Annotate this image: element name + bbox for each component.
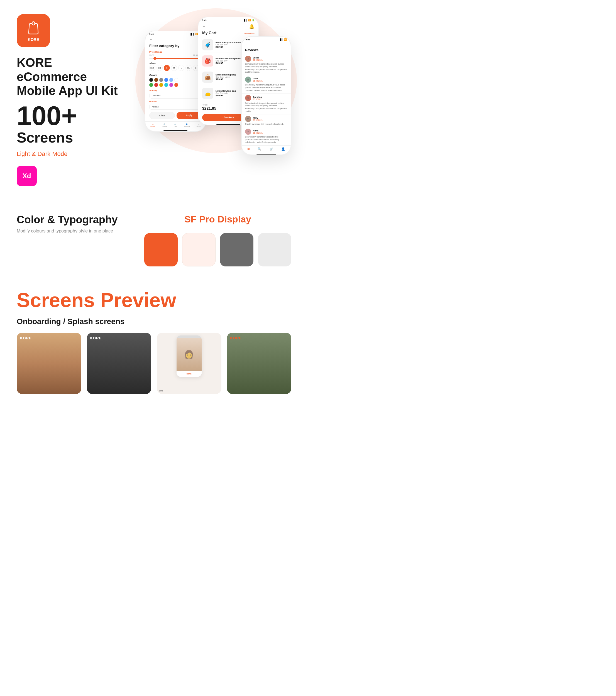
cart-home-indicator [216, 124, 240, 125]
review-2-name: Dave [253, 77, 263, 80]
screens-grid: KORE KORE 👩 KORE 9:41 [17, 333, 291, 394]
nav-home[interactable]: ⊞ Home [151, 123, 155, 127]
review-4-avatar: M [245, 116, 251, 122]
review-5-text: Conveniently benchmark cost effective pr… [245, 136, 287, 144]
screen-1-label: KORE [17, 333, 35, 344]
nav-search[interactable]: 🔍 Search [162, 123, 167, 127]
size-xl[interactable]: XL [186, 65, 192, 71]
app-icon: KORE [17, 14, 50, 47]
screen-3-time: 9:41 [159, 390, 163, 392]
filter-back-nav: ← [145, 36, 206, 42]
nav-account[interactable]: 👤 Account [184, 123, 190, 127]
review-5-name: Anna [253, 129, 263, 132]
cart-title-row: My Cart Total items 4 [198, 31, 258, 37]
home-icon: ⊞ [152, 123, 154, 125]
review-1: J Juliet 25.02.2021 Enthusiastically int… [242, 54, 291, 75]
search-icon: 🔍 [163, 123, 165, 125]
cart-icon: 🛒 [174, 123, 176, 125]
reviews-signal-icon: ▌▌ [280, 38, 283, 41]
size-l[interactable]: L [178, 65, 184, 71]
screen-3-figure: 👩 [184, 350, 194, 359]
color-purple[interactable] [169, 83, 173, 87]
brands-label: Brands [149, 100, 202, 103]
nav-more-label: More [196, 126, 201, 127]
reviews-nav-home[interactable]: ⊞ [247, 147, 250, 151]
onboarding-title: Onboarding / Splash screens [17, 317, 291, 326]
filter-time: 9:41 [149, 33, 154, 35]
screen-card-3: 👩 KORE 9:41 [157, 333, 221, 394]
color-typography-section: Color & Typography Modify colours and ty… [0, 197, 308, 278]
sort-label: Sort by [149, 89, 202, 92]
color-typo-right: SF Pro Display [144, 214, 291, 266]
color-lightblue[interactable] [169, 78, 173, 82]
color-green[interactable] [149, 83, 153, 87]
cart-total-amount: $221.85 [202, 106, 216, 111]
filter-status-bar: 9:41 ▌▌▌ 🛜 🔋 [145, 31, 206, 36]
review-3-text: Enthusiastically integrate transparent '… [245, 102, 287, 113]
size-xxs[interactable]: XXS [149, 65, 155, 71]
screen-card-4: KORE [227, 333, 291, 394]
swatch-light-gray [258, 233, 291, 266]
cart-nav: ← 🔔 [198, 22, 258, 31]
review-4-header: M Mary 25.02.2021 [245, 116, 287, 122]
size-m[interactable]: M [171, 65, 177, 71]
account-icon: 👤 [186, 123, 188, 125]
review-3-name: Carolina [253, 96, 263, 98]
brands-dropdown[interactable]: Adidas ▾ [149, 104, 202, 110]
size-s[interactable]: S [164, 65, 170, 71]
color-typo-split: Color & Typography Modify colours and ty… [17, 214, 291, 266]
hero-mode: Light & Dark Mode [17, 151, 123, 158]
back-arrow-icon[interactable]: ← [149, 37, 153, 41]
reviews-status-bar: 9:41 ▌▌ 🛜 [242, 37, 291, 42]
sort-value: On sales [152, 94, 161, 97]
color-white[interactable] [174, 78, 178, 82]
reviews-back-arrow[interactable]: ← [245, 43, 248, 47]
price-range-thumb[interactable] [154, 57, 156, 60]
review-4-name: Mary [253, 117, 263, 119]
sizes-row: XXS XS S M L XL X [149, 65, 202, 71]
size-xs[interactable]: XS [157, 65, 163, 71]
home-indicator [163, 130, 187, 131]
review-2-meta: Dave 25.02.2021 [253, 77, 263, 82]
color-gray[interactable] [159, 78, 163, 82]
color-black[interactable] [149, 78, 153, 82]
more-icon: ••• [198, 123, 200, 125]
cart-back-arrow[interactable]: ← [202, 25, 206, 28]
screen-card-1: KORE [17, 333, 81, 394]
color-swatches [144, 233, 291, 266]
font-name: SF Pro Display [144, 214, 291, 225]
filter-content: Filter category by Price Range $5.00 $1,… [145, 42, 206, 121]
colors-row-1 [149, 78, 202, 82]
colors-label: Colors [149, 74, 202, 77]
hero-title: KORE eCommerce Mobile App UI Kit [17, 56, 123, 98]
color-yellow[interactable] [159, 83, 163, 87]
screen-3-status: 9:41 [159, 390, 163, 392]
xd-label: Xd [22, 172, 31, 180]
review-4-date: 25.02.2021 [253, 119, 263, 121]
cart-bell-icon[interactable]: 🔔 [249, 23, 254, 29]
nav-more[interactable]: ••• More [196, 123, 201, 127]
reviews-status-icons: ▌▌ 🛜 [280, 38, 287, 41]
color-brown[interactable] [154, 78, 158, 82]
screen-3-phone: 👩 KORE [176, 335, 202, 377]
review-5-meta: Anna 25.02.2021 [253, 129, 263, 134]
color-blue[interactable] [164, 78, 168, 82]
swatch-gray [220, 233, 253, 266]
price-range-labels: $5.00 $1,000.00 [149, 54, 202, 56]
screen-4-label: KORE [227, 333, 245, 344]
reviews-nav-account[interactable]: 👤 [281, 147, 285, 151]
price-min: $5.00 [149, 54, 154, 56]
color-red[interactable] [154, 83, 158, 87]
color-orange[interactable] [174, 83, 178, 87]
sort-dropdown[interactable]: On sales ▾ [149, 93, 202, 98]
clear-button[interactable]: Clear [149, 112, 175, 119]
review-3-header: C Carolina 25.02.2021 [245, 95, 287, 101]
price-range-slider[interactable] [149, 58, 202, 59]
color-cyan[interactable] [164, 83, 168, 87]
reviews-nav-search[interactable]: 🔍 [257, 147, 262, 151]
hero-section: KORE KORE eCommerce Mobile App UI Kit 10… [0, 0, 308, 197]
nav-cart[interactable]: 🛒 Cart [174, 123, 177, 127]
filter-bottom-nav: ⊞ Home 🔍 Search 🛒 Cart 👤 Account ••• [145, 121, 206, 129]
reviews-nav-cart[interactable]: 🛒 [270, 147, 273, 151]
cart-total-label: Total items 4 [244, 33, 254, 34]
